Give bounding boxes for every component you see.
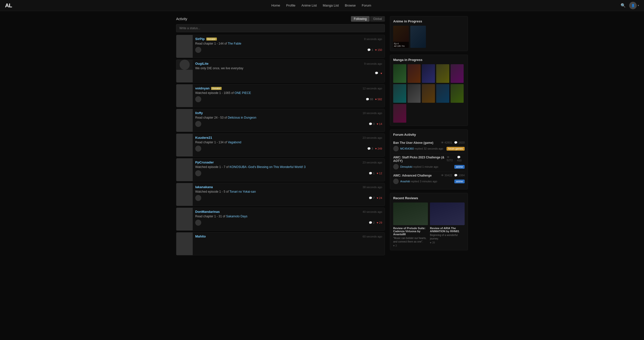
activity-media-link[interactable]: Sakamoto Days: [226, 215, 248, 218]
forum-item-title[interactable]: AWC: Advanced Challenge: [393, 174, 432, 177]
manga-thumb-item[interactable]: [422, 64, 435, 83]
forum-item-title[interactable]: AWC: Staff Picks 2023 Challenge (& AOTY): [393, 156, 447, 163]
comment-count[interactable]: 💬 3: [367, 147, 373, 150]
nav-home[interactable]: Home: [271, 4, 280, 7]
commenter-avatar: [195, 195, 201, 201]
review-thumb: [430, 202, 465, 225]
activity-meta: OugiLite 9 seconds ago: [195, 62, 382, 65]
view-count: 👁 5272: [447, 156, 455, 162]
like-count[interactable]: ♥ 14: [377, 122, 382, 125]
forum-item-footer: MC454360 replied 32 seconds ago forum ga…: [393, 146, 465, 151]
activity-user-link[interactable]: Mahito: [195, 234, 206, 238]
review-card[interactable]: Review of Prelude Suite: Cadenza Virtuos…: [393, 202, 428, 247]
like-count[interactable]: ♥ 249: [375, 147, 382, 150]
forum-reply-user[interactable]: Dimoploki: [400, 165, 412, 168]
manga-thumb-item[interactable]: [393, 84, 406, 103]
like-count[interactable]: ♥ 12: [377, 172, 382, 175]
activity-user-link[interactable]: OugiLite: [195, 62, 209, 65]
activity-user-link[interactable]: voidnyan: [195, 86, 210, 90]
like-count[interactable]: ♥ 582: [375, 98, 382, 101]
activity-text: Watched episode 1 - 1065 of ONE PIECE: [195, 91, 382, 95]
comment-count[interactable]: 💬 1: [369, 172, 375, 175]
commenter-avatar: [195, 121, 201, 127]
activity-media-link[interactable]: KONOSUBA -God's Blessing on This Wonderf…: [229, 165, 305, 169]
review-card[interactable]: Review of ARIA The ANIMATION by RHN81 Be…: [430, 202, 465, 247]
search-icon[interactable]: 🔍: [621, 3, 626, 8]
activity-text: Read chapter 1 - 31 of Sakamoto Days: [195, 215, 382, 218]
activity-time: 9 seconds ago: [364, 62, 382, 65]
comment-count[interactable]: 💬 3: [369, 122, 375, 126]
activity-media-link[interactable]: Vagabond: [228, 141, 241, 144]
manga-thumb-item[interactable]: [451, 64, 464, 83]
anime-thumb-item[interactable]: [410, 26, 426, 48]
comment-count[interactable]: 💬 2: [369, 221, 375, 224]
forum-stats: 👁 30422 💬 1084: [441, 174, 465, 177]
tab-global[interactable]: Global: [370, 16, 385, 22]
forum-reply-user[interactable]: Arashiiii: [400, 180, 410, 183]
activity-body: SirPip Donator 8 seconds ago Read chapte…: [193, 35, 385, 58]
comment-icon[interactable]: 💬: [375, 72, 378, 75]
comment-count[interactable]: 💬 7: [369, 196, 375, 200]
activity-footer: 💬 1 ♥ 12: [195, 170, 382, 176]
status-input[interactable]: [176, 24, 385, 32]
review-likes: ♥ 3: [393, 244, 428, 247]
activity-thumb[interactable]: [176, 183, 193, 206]
forum-reply-text: Arashiiii replied 3 minutes ago: [400, 180, 437, 183]
nav-manga-list[interactable]: Manga List: [323, 4, 339, 7]
manga-thumb-item[interactable]: [436, 64, 449, 83]
manga-thumb-item[interactable]: [422, 84, 435, 103]
manga-thumb-item[interactable]: [436, 84, 449, 103]
manga-thumb-item[interactable]: [393, 64, 406, 83]
manga-thumb-item[interactable]: [393, 104, 406, 123]
activity-user-link[interactable]: DonMandarinas: [195, 210, 220, 214]
forum-reply-user[interactable]: MC454360: [400, 147, 414, 150]
activity-media-link[interactable]: Delicious in Dungeon: [228, 116, 256, 119]
activity-stats: 💬 1 ♥ 12: [369, 172, 382, 175]
navbar: AL Home Profile Anime List Manga List Br…: [0, 0, 644, 11]
forum-item-header: Ban The User Above (game) 👁 42801 💬 1820: [393, 141, 465, 145]
commenter-avatar: [195, 170, 201, 176]
nav-profile[interactable]: Profile: [286, 4, 295, 7]
comment-count[interactable]: 💬 1: [367, 48, 373, 52]
activity-user-link[interactable]: Kuudere21: [195, 136, 212, 140]
forum-item-title[interactable]: Ban The User Above (game): [393, 141, 433, 145]
activity-thumb[interactable]: [176, 60, 193, 82]
activity-media-link[interactable]: ONE PIECE: [234, 91, 251, 95]
activity-user-link[interactable]: SirPip: [195, 37, 205, 41]
manga-thumb-item[interactable]: [408, 84, 421, 103]
nav-forum[interactable]: Forum: [362, 4, 371, 7]
activity-media-link[interactable]: The Fable: [228, 42, 241, 45]
forum-user-info: Arashiiii replied 3 minutes ago: [393, 179, 437, 184]
activity-user-link[interactable]: PpCrusader: [195, 160, 214, 164]
anime-thumb-item[interactable]: Ep 44d 18h 7m: [393, 26, 409, 48]
like-count[interactable]: ♥ 29: [377, 221, 382, 224]
activity-thumb[interactable]: [176, 84, 193, 107]
manga-thumb-item[interactable]: [451, 84, 464, 103]
like-count[interactable]: ♥ 150: [375, 48, 382, 51]
activity-thumb[interactable]: [176, 158, 193, 181]
page-content: Activity Following Global SirPip Donator…: [174, 11, 470, 262]
like-count[interactable]: ♥ 24: [377, 196, 382, 199]
activity-text: Read chapter 24 - 53 of Delicious in Dun…: [195, 116, 382, 119]
activity-media-link[interactable]: Tonari no Yokai-san: [229, 190, 256, 193]
comment-count[interactable]: 💬 88: [366, 98, 373, 101]
reply-count: 💬 1084: [454, 174, 465, 177]
tab-following[interactable]: Following: [351, 16, 370, 22]
activity-meta: DonMandarinas 40 seconds ago: [195, 210, 382, 214]
nav-anime-list[interactable]: Anime List: [301, 4, 317, 7]
activity-thumb[interactable]: [176, 109, 193, 132]
activity-user-link[interactable]: lakanakana: [195, 185, 213, 189]
manga-thumb-item[interactable]: [408, 64, 421, 83]
user-avatar-button[interactable]: 👤 ▾: [629, 2, 639, 9]
activity-time: 18 seconds ago: [363, 112, 382, 115]
activity-thumb[interactable]: [176, 134, 193, 156]
activity-thumb[interactable]: [176, 35, 193, 58]
nav-browse[interactable]: Browse: [345, 4, 356, 7]
activity-meta: SirPip Donator 8 seconds ago: [195, 37, 382, 41]
activity-thumb[interactable]: [176, 232, 193, 255]
activity-item: SirPip Donator 8 seconds ago Read chapte…: [176, 35, 385, 58]
activity-user-link[interactable]: lisffy: [195, 111, 203, 115]
like-icon[interactable]: ♥: [380, 72, 382, 75]
activity-thumb[interactable]: [176, 208, 193, 230]
site-logo[interactable]: AL: [5, 2, 12, 9]
